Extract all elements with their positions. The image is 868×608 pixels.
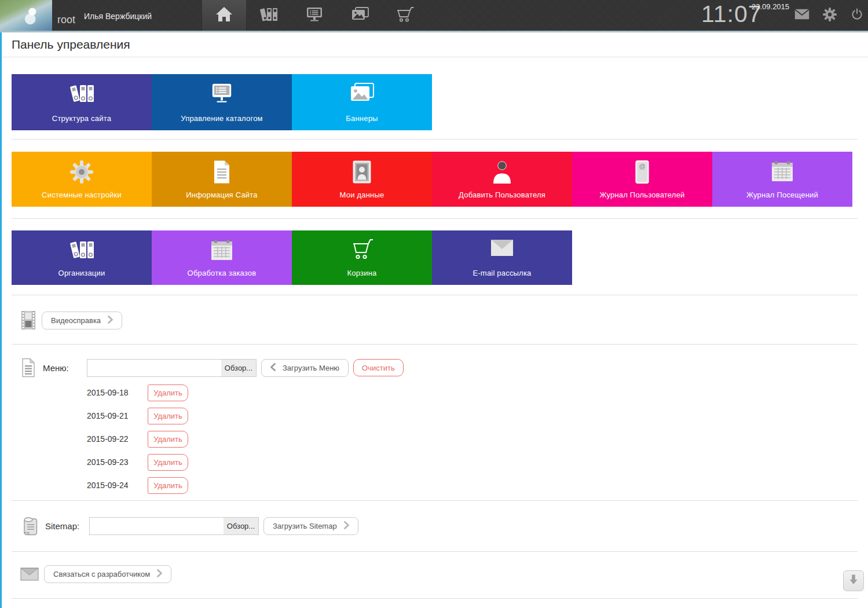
tile-my-data[interactable]: Мои данные [292, 152, 432, 207]
scroll-icon [21, 516, 38, 537]
nav-catalog-management[interactable] [292, 0, 337, 31]
page-title: Панель упреавления [12, 38, 130, 52]
arrow-down-icon [849, 574, 858, 587]
logout-button[interactable] [847, 0, 867, 31]
contact-developer-label: Связаться с разработчиком [53, 570, 150, 578]
user-fullname: Илья Вержбицкий [84, 12, 152, 21]
delete-menu-button[interactable]: Удалить [148, 408, 188, 424]
tile-label: Структура сайта [12, 114, 152, 123]
person-icon [432, 160, 572, 184]
tile-order-processing[interactable]: Обработка заказов [152, 230, 292, 285]
calendar-icon [712, 160, 852, 183]
divider [12, 500, 858, 501]
sitemap-browse-button[interactable]: Обзор... [224, 518, 258, 534]
card-at-icon: @ [572, 160, 712, 184]
tile-label: Системные настройки [12, 191, 152, 199]
clear-menu-button[interactable]: Очистить [353, 359, 404, 376]
divider [12, 295, 858, 295]
tile-add-user[interactable]: Добавить Пользователя [432, 152, 572, 207]
tile-user-log[interactable]: @ Журнал Пользователей [572, 152, 712, 207]
tile-row-3: Организации Обработка заказов [12, 230, 868, 285]
nav-cart[interactable] [382, 0, 427, 31]
divider [12, 551, 858, 552]
sitemap-file-input-group: Обзор... [89, 517, 259, 535]
envelope-icon [20, 567, 39, 581]
gear-icon [823, 8, 837, 24]
delete-menu-button[interactable]: Удалить [148, 454, 188, 471]
contact-developer-button[interactable]: Связаться с разработчиком [44, 565, 171, 583]
sitemap-upload-row: Sitemap: Обзор... Загрузить Sitemap [12, 517, 868, 536]
monitor-icon [152, 82, 292, 105]
user-block: root Илья Вержбицкий [57, 0, 219, 31]
contact-row: Связаться с разработчиком [12, 564, 868, 584]
menu-date-row: 2015-09-21 Удалить [12, 404, 868, 427]
tile-site-structure[interactable]: Структура сайта [12, 74, 152, 130]
tile-email-newsletter[interactable]: E-mail рассылка [432, 230, 572, 285]
nav-home[interactable] [202, 0, 247, 31]
binders-icon [260, 6, 279, 24]
home-icon [215, 6, 233, 24]
menu-file-input[interactable] [87, 360, 221, 376]
svg-text:@: @ [639, 163, 645, 170]
cart-icon [395, 6, 415, 25]
settings-button[interactable] [820, 0, 840, 31]
binders-icon [12, 82, 152, 105]
tile-label: Добавить Пользователя [432, 191, 572, 199]
content: Структура сайта Управление каталогом [2, 74, 868, 599]
tile-catalog-management[interactable]: Управление каталогом [152, 74, 292, 130]
divider [12, 598, 858, 599]
nav-site-structure[interactable] [247, 0, 292, 31]
film-icon [20, 310, 36, 330]
tile-organizations[interactable]: Организации [12, 230, 152, 285]
menu-date-row: 2015-09-18 Удалить [12, 381, 868, 404]
tile-label: Журнал Посещений [712, 191, 852, 199]
delete-menu-button[interactable]: Удалить [148, 477, 188, 494]
tile-site-info[interactable]: Информация Сайта [152, 152, 292, 207]
tile-label: Мои данные [292, 191, 432, 199]
binders-icon [12, 239, 152, 262]
upload-sitemap-button[interactable]: Загрузить Sitemap [263, 517, 358, 535]
tile-visit-log[interactable]: Журнал Посещений [712, 152, 852, 207]
divider [12, 344, 858, 345]
chevron-right-icon [344, 521, 349, 531]
tile-banners[interactable]: Баннеры [292, 74, 432, 130]
video-help-row: Видеосправка [12, 309, 868, 331]
sitemap-label: Sitemap: [45, 521, 89, 531]
menu-date: 2015-09-18 [87, 388, 148, 397]
delete-menu-button[interactable]: Удалить [148, 431, 188, 448]
tile-label: Корзина [292, 269, 432, 277]
menu-date-row: 2015-09-23 Удалить [12, 450, 868, 474]
avatar[interactable] [0, 0, 52, 31]
document-icon [152, 160, 292, 184]
sitemap-file-input[interactable] [90, 518, 224, 534]
nav-banners[interactable] [337, 0, 382, 31]
images-icon [351, 7, 369, 24]
title-bar: Панель упреавления [2, 32, 868, 57]
tile-cart[interactable]: Корзина [292, 230, 432, 285]
main-area: Панель упреавления Структура сайта [0, 32, 868, 608]
scroll-down-button[interactable] [843, 570, 864, 591]
menu-date-list: 2015-09-18 Удалить 2015-09-21 Удалить 20… [12, 381, 868, 497]
video-help-label: Видеосправка [51, 316, 101, 325]
tile-label: Управление каталогом [152, 114, 292, 123]
menu-file-input-group: Обзор... [87, 359, 257, 377]
tile-system-settings[interactable]: Системные настройки [12, 152, 152, 207]
chevron-right-icon [157, 569, 162, 579]
video-help-button[interactable]: Видеосправка [42, 312, 122, 329]
menu-upload-row: Меню: Обзор... Загрузить Меню Очистить [12, 358, 868, 377]
messages-button[interactable] [792, 0, 812, 31]
tile-label: Журнал Пользователей [572, 191, 712, 199]
upload-menu-label: Загрузить Меню [283, 364, 339, 372]
menu-date: 2015-09-21 [87, 411, 148, 420]
username: root [57, 14, 75, 26]
page-icon [21, 358, 36, 378]
upload-menu-button[interactable]: Загрузить Меню [261, 359, 349, 377]
upload-sitemap-label: Загрузить Sitemap [273, 522, 337, 530]
calendar-icon [152, 239, 292, 262]
envelope-icon [432, 239, 572, 257]
menu-date: 2015-09-23 [87, 457, 148, 467]
menu-browse-button[interactable]: Обзор... [221, 360, 256, 376]
delete-menu-button[interactable]: Удалить [148, 384, 188, 401]
cart-icon [292, 239, 432, 262]
divider [12, 139, 858, 140]
